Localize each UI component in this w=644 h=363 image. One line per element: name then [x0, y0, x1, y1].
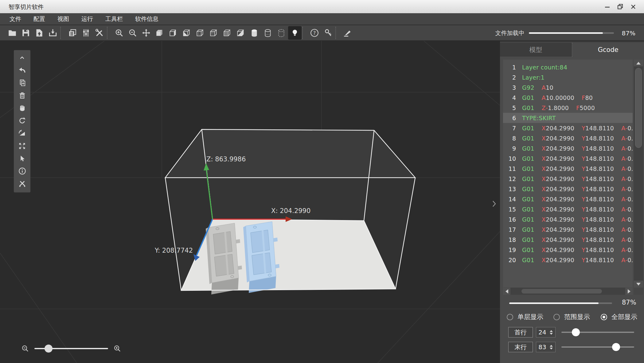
gcode-row[interactable]: 6TYPE:SKIRT [503, 113, 633, 123]
menu-config[interactable]: 配置 [33, 15, 45, 23]
gcode-row[interactable]: 16G01X204.2990Y148.8110A-0.86580 [503, 214, 633, 224]
tab-model[interactable]: 模型 [500, 43, 572, 57]
first-line-button[interactable]: 首行 [508, 327, 533, 337]
menu-about[interactable]: 软件信息 [135, 15, 158, 23]
menu-toolbar[interactable]: 工具栏 [105, 15, 123, 23]
close-button[interactable] [628, 2, 638, 11]
cylinder-points-button[interactable] [275, 26, 288, 40]
gcode-row[interactable]: 4G01A10.00000F80 [503, 93, 633, 103]
gcode-row[interactable]: 5G01Z-1.8000F5000 [503, 103, 633, 113]
tools-button[interactable] [93, 26, 106, 40]
gcode-row[interactable]: 2Layer:1 [503, 72, 633, 82]
fit-view-button[interactable] [14, 140, 30, 152]
gcode-row[interactable]: 7G01X204.2990Y148.8110A-0.86580 [503, 123, 633, 133]
gcode-token: Y148.8110 [582, 125, 614, 132]
svg-text:?: ? [313, 30, 316, 36]
gcode-row[interactable]: 1Layer count:84 [503, 62, 633, 72]
undo-button[interactable] [14, 64, 30, 77]
restore-button[interactable] [615, 2, 626, 11]
scroll-right-button[interactable] [625, 288, 633, 295]
delete-button[interactable] [14, 89, 30, 102]
gcode-line-number: 18 [507, 236, 516, 243]
view-cube-section-button[interactable] [234, 26, 248, 40]
gcode-line-number: 5 [507, 105, 516, 111]
rotate-button[interactable] [14, 114, 30, 127]
gcode-row[interactable]: 11G01X204.2990Y148.8110A-0.86580 [503, 164, 633, 174]
pan-button[interactable] [14, 102, 30, 114]
radio-range-display[interactable]: 范围显示 [553, 313, 590, 321]
first-line-slider-thumb[interactable] [572, 328, 580, 336]
last-line-button[interactable]: 末行 [508, 342, 533, 352]
panel-collapse-handle[interactable] [490, 198, 498, 209]
zoom-in-button[interactable] [112, 26, 126, 40]
gcode-row[interactable]: 19G01X204.2990Y148.8110A-0.86580 [503, 245, 633, 255]
gcode-row[interactable]: 14G01X204.2990Y148.8110A-0.86580 [503, 194, 633, 204]
view-cube-wire-button[interactable] [193, 26, 207, 40]
menu-file[interactable]: 文件 [10, 15, 21, 23]
view-cube-left-button[interactable] [180, 26, 193, 40]
cylinder-wire-button[interactable] [261, 26, 275, 40]
open-folder-button[interactable] [6, 26, 19, 40]
gcode-row[interactable]: 8G01X204.2990Y148.8110A-0.86580 [503, 133, 633, 143]
view-cube-dashed-button[interactable] [207, 26, 221, 40]
gcode-row[interactable]: 17G01X204.2990Y148.8110A-0.86580 [503, 224, 633, 235]
collapse-up-button[interactable] [14, 51, 30, 64]
save-button[interactable] [19, 26, 33, 40]
select-button[interactable] [14, 152, 30, 165]
gcode-line-number: 4 [507, 94, 516, 101]
tab-gcode[interactable]: Gcode [572, 43, 644, 57]
cut-tools-button[interactable] [14, 177, 30, 190]
zoom-out-small-button[interactable] [21, 344, 29, 353]
gcode-row[interactable]: 12G01X204.2990Y148.8110A-0.86580 [503, 174, 633, 184]
import-file-button[interactable] [33, 26, 46, 40]
scroll-left-button[interactable] [503, 288, 510, 295]
viewport-3d[interactable]: X: 204.2990 Z: 863.9986 Y: 208.7742 [0, 41, 500, 363]
license-key-button[interactable] [321, 26, 335, 40]
scroll-up-button[interactable] [634, 60, 643, 66]
light-toggle-button[interactable] [288, 26, 302, 40]
last-line-slider-thumb[interactable] [612, 343, 620, 351]
spinner-arrows-icon[interactable] [548, 345, 554, 349]
gcode-row[interactable]: 3G92A10 [503, 82, 633, 93]
gcode-row[interactable]: 13G01X204.2990Y148.8110A-0.86580 [503, 184, 633, 194]
gcode-token: X204.2990 [542, 165, 574, 172]
gcode-vertical-scrollbar[interactable] [634, 60, 643, 287]
measure-blade-button[interactable] [341, 26, 354, 40]
gcode-row[interactable]: 20G01X204.2990Y148.8110A-0.86580 [503, 255, 633, 265]
last-line-spinner[interactable]: 83 [536, 342, 556, 352]
copy-settings-button[interactable] [66, 26, 79, 40]
vertical-scroll-thumb[interactable] [635, 68, 642, 148]
zoom-in-small-button[interactable] [113, 344, 122, 353]
zoom-out-button[interactable] [126, 26, 139, 40]
info-button[interactable] [14, 165, 30, 177]
menu-view[interactable]: 视图 [57, 15, 69, 23]
duplicate-model-button[interactable] [14, 77, 30, 89]
mirror-button[interactable] [14, 127, 30, 140]
horizontal-scroll-thumb[interactable] [521, 289, 602, 294]
cylinder-solid-button[interactable] [248, 26, 261, 40]
last-line-slider[interactable] [561, 346, 634, 348]
first-line-spinner[interactable]: 24 [536, 327, 556, 337]
radio-show-all[interactable]: 全部显示 [601, 313, 637, 321]
gcode-row[interactable]: 18G01X204.2990Y148.8110A-0.86580 [503, 235, 633, 245]
radio-single-layer[interactable]: 单层显示 [507, 313, 543, 321]
gcode-row[interactable]: 10G01X204.2990Y148.8110A-0.86580 [503, 153, 633, 164]
gcode-row[interactable]: 15G01X204.2990Y148.8110A-0.86580 [503, 204, 633, 214]
first-line-slider[interactable] [561, 332, 634, 333]
scroll-down-button[interactable] [634, 281, 643, 287]
gcode-row[interactable]: 9G01X204.2990Y148.8110A-0.86580 [503, 143, 633, 153]
view-cube-back-button[interactable] [166, 26, 180, 40]
help-button[interactable]: ? [308, 26, 321, 40]
move-button[interactable] [139, 26, 153, 40]
gcode-list[interactable]: 1Layer count:842Layer:13G92A104G01A10.00… [503, 60, 633, 287]
gcode-horizontal-scrollbar[interactable] [503, 288, 633, 295]
viewport-zoom-thumb[interactable] [45, 345, 53, 353]
minimize-button[interactable] [602, 2, 613, 11]
view-cube-open-button[interactable] [221, 26, 234, 40]
view-cube-solid-button[interactable] [153, 26, 166, 40]
menu-run[interactable]: 运行 [81, 15, 93, 23]
parameters-button[interactable] [79, 26, 93, 40]
spinner-arrows-icon[interactable] [548, 330, 554, 335]
viewport-zoom-slider[interactable] [34, 348, 108, 349]
export-file-button[interactable] [46, 26, 60, 40]
